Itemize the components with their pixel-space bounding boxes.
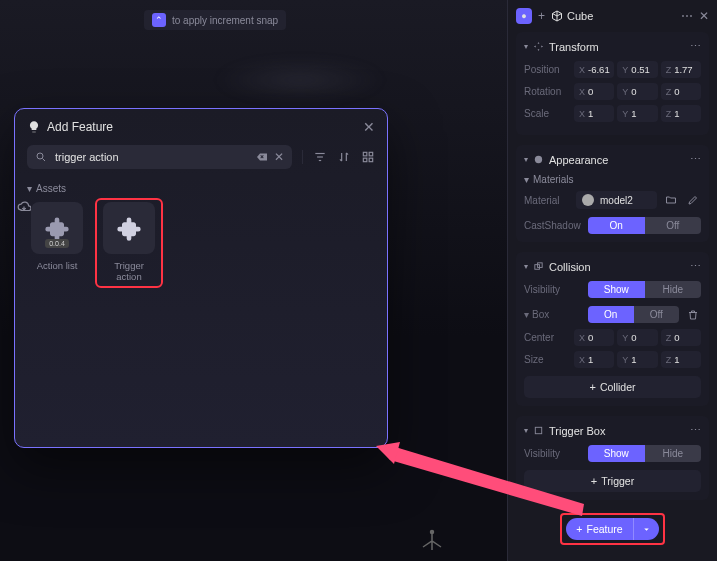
chevron-down-icon[interactable]: ▾	[524, 155, 528, 164]
add-collider-button[interactable]: +Collider	[524, 376, 701, 398]
section-title: Transform	[549, 41, 599, 53]
section-title: Trigger Box	[549, 425, 605, 437]
scale-z[interactable]: Z1	[661, 105, 701, 122]
add-trigger-button[interactable]: +Trigger	[524, 470, 701, 492]
section-more-icon[interactable]: ⋯	[690, 260, 701, 273]
svg-line-1	[43, 159, 46, 162]
scale-x[interactable]: X1	[574, 105, 614, 122]
search-input-wrap[interactable]: ✕	[27, 145, 292, 169]
center-label: Center	[524, 332, 570, 343]
svg-point-0	[37, 153, 43, 159]
sort-icon[interactable]	[337, 150, 351, 164]
lightbulb-icon	[27, 120, 41, 134]
appearance-icon	[533, 154, 544, 165]
svg-point-9	[535, 156, 542, 163]
transform-section: ▾ Transform ⋯ Position X-6.61 Y0.51 Z1.7…	[516, 32, 709, 135]
box-label: ▾Box	[524, 309, 582, 320]
size-x[interactable]: X1	[574, 351, 614, 368]
chevron-down-icon[interactable]: ▾	[524, 262, 528, 271]
trigger-hide[interactable]: Hide	[645, 445, 702, 462]
scale-y[interactable]: Y1	[617, 105, 657, 122]
rotation-z[interactable]: Z0	[661, 83, 701, 100]
section-more-icon[interactable]: ⋯	[690, 424, 701, 437]
box-off[interactable]: Off	[634, 306, 680, 323]
materials-subhead: ▾Materials	[524, 174, 701, 185]
more-icon[interactable]: ⋯	[681, 9, 693, 23]
svg-point-15	[431, 531, 434, 534]
collision-hide[interactable]: Hide	[645, 281, 702, 298]
section-more-icon[interactable]: ⋯	[690, 153, 701, 166]
rotation-x[interactable]: X0	[574, 83, 614, 100]
position-x[interactable]: X-6.61	[574, 61, 614, 78]
center-y[interactable]: Y0	[617, 329, 657, 346]
add-icon[interactable]: +	[538, 9, 545, 23]
asset-trigger-action[interactable]: Trigger action	[97, 200, 161, 286]
clear-icon[interactable]: ✕	[274, 150, 284, 164]
collision-show[interactable]: Show	[588, 281, 645, 298]
feature-button-highlight: +Feature	[560, 513, 664, 545]
section-more-icon[interactable]: ⋯	[690, 40, 701, 53]
trigger-show[interactable]: Show	[588, 445, 645, 462]
svg-rect-8	[369, 158, 373, 162]
svg-rect-12	[535, 427, 541, 433]
cast-shadow-off[interactable]: Off	[645, 217, 702, 234]
grid-icon[interactable]	[361, 150, 375, 164]
folder-icon[interactable]	[663, 192, 679, 208]
feature-dropdown[interactable]	[634, 520, 659, 539]
position-y[interactable]: Y0.51	[617, 61, 657, 78]
section-title: Appearance	[549, 154, 608, 166]
position-label: Position	[524, 64, 570, 75]
cube-icon	[551, 10, 563, 22]
scale-label: Scale	[524, 108, 570, 119]
asset-label: Trigger action	[101, 260, 157, 282]
svg-rect-5	[363, 152, 367, 156]
visibility-label: Visibility	[524, 284, 582, 295]
object-title[interactable]: Cube	[551, 10, 593, 22]
section-title: Collision	[549, 261, 591, 273]
search-input[interactable]	[53, 150, 250, 164]
center-z[interactable]: Z0	[661, 329, 701, 346]
material-label: Material	[524, 195, 570, 206]
transform-icon	[533, 41, 544, 52]
filter-icon[interactable]	[313, 150, 327, 164]
assets-section-label: ▾ Assets	[15, 179, 387, 202]
inspector-panel: ● + Cube ⋯ ✕ ▾ Transform ⋯ Position X-6.…	[507, 0, 717, 561]
size-z[interactable]: Z1	[661, 351, 701, 368]
cloud-download-icon	[17, 200, 31, 214]
chevron-down-icon[interactable]: ▾	[524, 426, 528, 435]
close-icon[interactable]: ✕	[363, 119, 375, 135]
snap-hint-text: to apply increment snap	[172, 15, 278, 26]
backspace-icon[interactable]	[256, 151, 268, 163]
position-z[interactable]: Z1.77	[661, 61, 701, 78]
close-panel-icon[interactable]: ✕	[699, 9, 709, 23]
search-icon	[35, 151, 47, 163]
size-label: Size	[524, 354, 570, 365]
cast-shadow-label: CastShadow	[524, 220, 582, 231]
rotation-y[interactable]: Y0	[617, 83, 657, 100]
visibility-label: Visibility	[524, 448, 582, 459]
cast-shadow-on[interactable]: On	[588, 217, 645, 234]
box-on[interactable]: On	[588, 306, 634, 323]
rotation-label: Rotation	[524, 86, 570, 97]
chevron-down-icon[interactable]: ▾	[524, 42, 528, 51]
material-picker[interactable]: model2	[576, 191, 657, 209]
collision-section: ▾ Collision ⋯ Visibility Show Hide ▾Box …	[516, 252, 709, 406]
asset-action-list[interactable]: 0.0.4 Action list	[27, 202, 87, 288]
add-feature-button[interactable]: +Feature	[566, 518, 658, 540]
puzzle-icon	[43, 214, 71, 242]
add-feature-modal: Add Feature ✕ ✕ ▾	[14, 108, 388, 448]
appearance-section: ▾ Appearance ⋯ ▾Materials Material model…	[516, 145, 709, 242]
asset-label: Action list	[37, 260, 78, 271]
version-badge: 0.0.4	[45, 239, 69, 248]
edit-icon[interactable]	[685, 192, 701, 208]
object-color-icon[interactable]: ●	[516, 8, 532, 24]
svg-rect-6	[369, 152, 373, 156]
size-y[interactable]: Y1	[617, 351, 657, 368]
trash-icon[interactable]	[685, 307, 701, 323]
gizmo-icon	[420, 529, 444, 553]
center-x[interactable]: X0	[574, 329, 614, 346]
viewport-background	[200, 50, 400, 110]
collision-icon	[533, 261, 544, 272]
puzzle-icon	[115, 214, 143, 242]
svg-rect-7	[363, 158, 367, 162]
